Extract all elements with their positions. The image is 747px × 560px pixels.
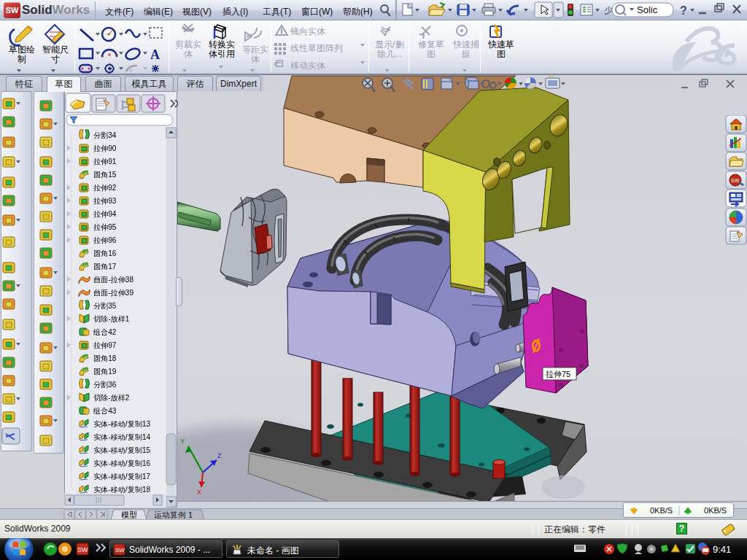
svg-text:X: X	[197, 489, 201, 496]
svg-text:SW: SW	[115, 547, 125, 553]
svg-text:A: A	[150, 47, 160, 62]
svg-text:Solic: Solic	[637, 4, 658, 15]
svg-text:SW: SW	[731, 178, 740, 183]
svg-text:拉伸75: 拉伸75	[546, 370, 570, 378]
svg-text:Z: Z	[217, 452, 222, 459]
svg-text:SW: SW	[77, 546, 88, 553]
svg-text:?: ?	[680, 4, 687, 17]
svg-text:Y: Y	[180, 438, 185, 445]
